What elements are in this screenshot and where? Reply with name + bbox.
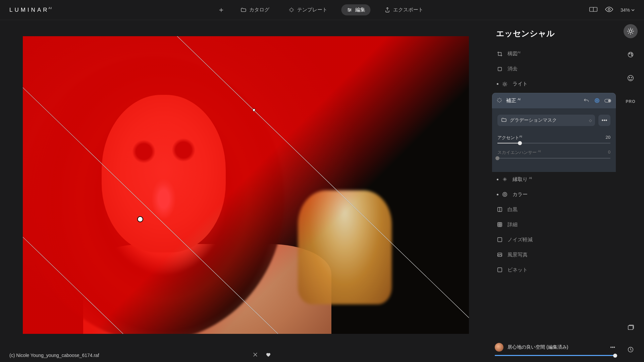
svg-point-19 (629, 30, 632, 33)
svg-point-24 (628, 75, 633, 81)
sparkle-icon (289, 7, 294, 13)
svg-point-13 (504, 193, 505, 195)
slider-sky-value: 0 (608, 149, 610, 156)
rail-layers[interactable] (624, 320, 638, 335)
zoom-value: 34% (621, 7, 630, 13)
svg-point-22 (631, 53, 632, 54)
logo-suffix: AI (49, 6, 52, 10)
svg-point-25 (629, 77, 630, 78)
panel-title: エッセンシャル (496, 28, 616, 39)
reject-button[interactable] (253, 352, 258, 358)
erase-icon (497, 66, 503, 72)
template-strength: 居心地の良い空間 (編集済み) ••• (492, 343, 617, 356)
toggle-icon[interactable] (604, 97, 611, 104)
mask-more-button[interactable]: ••• (598, 115, 610, 126)
svg-point-10 (608, 100, 610, 102)
nav-edit-label: 編集 (355, 7, 365, 13)
structure-icon (502, 176, 508, 182)
crop-icon (497, 51, 503, 57)
gradient-grab-cursor[interactable] (252, 107, 257, 113)
template-name: 居心地の良い空間 (編集済み) (507, 344, 568, 350)
slider-sky-label: スカイエンハンサー AI (497, 149, 541, 156)
app-logo: LUMINAR AI (9, 7, 52, 13)
nav-template[interactable]: テンプレート (283, 4, 333, 15)
svg-rect-5 (498, 67, 502, 71)
slider-accent[interactable]: アクセントAI 20 (497, 135, 610, 143)
bw-icon (497, 206, 503, 213)
gradient-center-handle[interactable] (137, 216, 143, 222)
denoise-icon (497, 237, 503, 243)
sliders-icon (347, 7, 353, 13)
svg-point-11 (504, 179, 505, 180)
svg-rect-15 (498, 223, 502, 227)
plus-icon (218, 7, 224, 13)
nav-edit[interactable]: 編集 (341, 4, 371, 15)
slider-sky: スカイエンハンサー AI 0 (497, 149, 610, 158)
logo-text: LUMINAR (9, 7, 49, 13)
nav-export[interactable]: エクスポート (379, 4, 429, 15)
landscape-icon (497, 252, 503, 258)
svg-rect-27 (628, 326, 633, 330)
svg-point-8 (596, 100, 598, 102)
tool-structure-label: 縁取り AI (513, 176, 532, 183)
tool-enhance-panel: 補正 AI グラデーションマスク ◇ (492, 93, 616, 172)
tool-vignette-label: ビネット (507, 267, 528, 273)
rail-pro[interactable]: PRO (624, 95, 638, 109)
tool-denoise[interactable]: ノイズ軽減 (492, 232, 616, 247)
tools-panel: エッセンシャル 構図AI 消去 ライト 補正 AI (492, 25, 617, 362)
mask-overlay (23, 36, 469, 334)
rail-history[interactable] (624, 343, 638, 357)
compare-icon[interactable] (589, 7, 598, 13)
nav-catalog-label: カタログ (249, 7, 269, 13)
tool-enhance-header[interactable]: 補正 AI (492, 93, 616, 109)
active-dot (497, 179, 498, 180)
pro-label: PRO (626, 99, 635, 104)
svg-point-7 (595, 99, 599, 103)
tool-details[interactable]: 詳細 (492, 217, 616, 232)
select-chevron-icon: ◇ (589, 118, 591, 123)
slider-accent-label: アクセントAI (497, 135, 522, 141)
tool-landscape[interactable]: 風景写真 (492, 247, 616, 262)
image-canvas[interactable] (23, 36, 469, 334)
tool-color-label: カラー (513, 191, 528, 198)
tool-vignette[interactable]: ビネット (492, 262, 616, 278)
undo-icon[interactable] (583, 97, 590, 104)
rail-creative[interactable] (624, 48, 638, 62)
slider-accent-value: 20 (606, 135, 610, 141)
tool-color[interactable]: カラー (492, 187, 616, 202)
tool-erase-label: 消去 (507, 66, 518, 72)
nav-export-label: エクスポート (393, 7, 423, 13)
tool-bw[interactable]: 白黒 (492, 202, 616, 217)
template-slider[interactable] (495, 355, 615, 356)
favorite-button[interactable] (266, 352, 271, 358)
mask-folder-icon (501, 118, 506, 123)
share-icon (385, 7, 390, 13)
svg-rect-16 (498, 238, 502, 242)
nav-catalog[interactable]: カタログ (235, 4, 275, 15)
tool-light[interactable]: ライト (492, 76, 616, 92)
tool-structure[interactable]: 縁取り AI (492, 172, 616, 187)
tool-details-label: 詳細 (507, 222, 518, 228)
tool-bw-label: 白黒 (507, 206, 518, 213)
tool-composition[interactable]: 構図AI (492, 46, 616, 61)
zoom-dropdown[interactable]: 34% (621, 7, 635, 13)
folder-icon (241, 7, 247, 13)
eye-icon[interactable] (605, 7, 613, 13)
mask-type-select[interactable]: グラデーションマスク ◇ (497, 115, 595, 126)
rail-essentials[interactable] (624, 24, 638, 38)
tool-erase[interactable]: 消去 (492, 61, 616, 76)
chevron-down-icon (631, 9, 635, 11)
tool-denoise-label: ノイズ軽減 (507, 237, 533, 243)
rail-portrait[interactable] (624, 71, 638, 85)
template-more-button[interactable]: ••• (610, 345, 615, 350)
color-icon (502, 191, 508, 197)
sun-icon (502, 81, 508, 87)
add-button[interactable] (216, 5, 227, 15)
details-icon (497, 222, 503, 228)
vignette-icon (497, 267, 503, 273)
mask-icon[interactable] (594, 97, 600, 104)
svg-point-26 (631, 77, 632, 78)
ellipsis-icon: ••• (602, 117, 607, 123)
active-dot (497, 194, 498, 195)
svg-point-20 (628, 52, 633, 57)
